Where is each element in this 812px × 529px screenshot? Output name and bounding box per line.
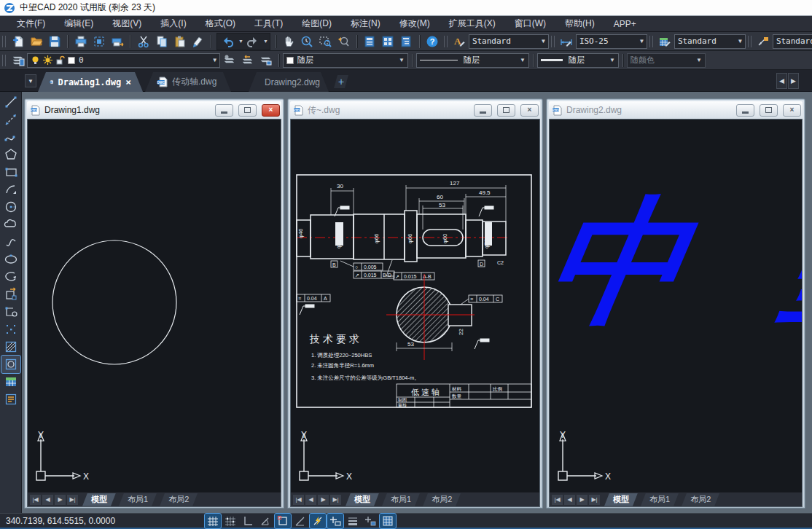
- child-window-drawing1[interactable]: DWG Drawing1.dwg ×: [24, 98, 284, 509]
- menu-item[interactable]: 绘图(D): [292, 17, 341, 30]
- layer-on-bulb-icon[interactable]: [31, 55, 40, 65]
- dim-style-icon[interactable]: [558, 34, 576, 50]
- grid-toggle[interactable]: [205, 514, 221, 528]
- ellipse-tool-button[interactable]: [1, 251, 20, 268]
- otrack-toggle[interactable]: [292, 514, 308, 528]
- layer-manager-button[interactable]: [9, 52, 27, 68]
- xline-tool-button[interactable]: [1, 111, 20, 128]
- toolbar-grip[interactable]: [444, 36, 448, 47]
- tab-list-dropdown-button[interactable]: ▼: [25, 74, 36, 87]
- toolbar-grip[interactable]: [2, 36, 6, 47]
- close-button[interactable]: ×: [262, 104, 280, 117]
- layout-tab-model[interactable]: 模型: [604, 493, 638, 506]
- undo-button[interactable]: [219, 34, 237, 50]
- zoom-previous-button[interactable]: [335, 34, 353, 50]
- text-style-icon[interactable]: A: [450, 34, 469, 50]
- tab-scroll-right-button[interactable]: ▶: [788, 73, 799, 89]
- annotation-scale-toggle[interactable]: [362, 514, 378, 528]
- zoom-window-button[interactable]: [316, 34, 335, 50]
- child-window-chuandongzhou[interactable]: DWG 传~.dwg ×: [287, 98, 543, 509]
- table-tool-button[interactable]: [1, 373, 20, 391]
- snap-toggle[interactable]: [222, 514, 238, 528]
- region-tool-button[interactable]: [1, 356, 20, 373]
- mleader-style-icon[interactable]: [754, 34, 773, 50]
- drawing-canvas-2[interactable]: 30 127 49.5 60 53: [290, 119, 540, 507]
- osnap-toggle[interactable]: [275, 514, 291, 528]
- text-style-combo[interactable]: Standard ▼: [469, 34, 549, 49]
- lineweight-toggle[interactable]: [345, 514, 361, 528]
- sheet-set-button[interactable]: [397, 34, 415, 50]
- properties-palette-button[interactable]: [361, 34, 379, 50]
- make-block-button[interactable]: [1, 303, 20, 321]
- menu-item[interactable]: 窗口(W): [505, 17, 555, 30]
- layout-tab-layout2[interactable]: 布局2: [423, 493, 461, 506]
- layout-nav-prev-button[interactable]: ◀: [305, 495, 316, 505]
- menu-item[interactable]: 标注(N): [341, 17, 390, 30]
- drawing-canvas-1[interactable]: Y X |◀ ◀ ▶ ▶| 模型 布局1 布局2: [27, 119, 281, 507]
- menu-item[interactable]: 文件(F): [7, 17, 55, 30]
- format-painter-button[interactable]: [189, 34, 207, 50]
- layout-tab-layout1[interactable]: 布局1: [119, 493, 157, 506]
- insert-block-button[interactable]: [1, 286, 20, 303]
- hatch-tool-button[interactable]: [1, 338, 20, 356]
- arc-tool-button[interactable]: [1, 181, 20, 198]
- dynamic-input-toggle[interactable]: [327, 514, 343, 528]
- child-window-titlebar[interactable]: DWG Drawing1.dwg ×: [27, 101, 281, 119]
- menu-item[interactable]: 扩展工具(X): [440, 17, 505, 30]
- minimize-button[interactable]: [215, 104, 233, 117]
- layer-thaw-sun-icon[interactable]: [43, 55, 52, 65]
- layout-nav-prev-button[interactable]: ◀: [564, 495, 575, 505]
- layout-nav-last-button[interactable]: ▶|: [589, 495, 600, 505]
- child-window-titlebar[interactable]: DWG Drawing2.dwg ×: [549, 101, 803, 119]
- linetype-combo[interactable]: 随层 ▼: [416, 53, 529, 68]
- tool-palettes-button[interactable]: [379, 34, 397, 50]
- layer-states-button[interactable]: [220, 52, 238, 68]
- dynamic-ucs-toggle[interactable]: [310, 514, 326, 528]
- menu-item[interactable]: 编辑(E): [55, 17, 103, 30]
- layout-tab-layout2[interactable]: 布局2: [682, 493, 719, 506]
- circle-tool-button[interactable]: [1, 198, 20, 216]
- undo-dropdown-icon[interactable]: ▼: [238, 39, 243, 44]
- layout-nav-first-button[interactable]: |◀: [30, 495, 41, 505]
- layout-nav-prev-button[interactable]: ◀: [42, 495, 53, 505]
- layout-tab-layout2[interactable]: 布局2: [160, 493, 198, 506]
- redo-dropdown-icon[interactable]: ▼: [263, 39, 268, 44]
- color-combo[interactable]: 随层 ▼: [283, 53, 408, 68]
- table-style-icon[interactable]: [656, 34, 674, 50]
- tab-scroll-left-button[interactable]: ◀: [776, 73, 787, 89]
- cut-button[interactable]: [134, 34, 152, 50]
- layer-isolate-button[interactable]: [257, 52, 275, 68]
- doc-tab-chuandongzhou[interactable]: DWG 传动轴.dwg: [145, 72, 231, 92]
- mleader-style-combo[interactable]: Standard ▼: [773, 34, 812, 49]
- mtext-tool-button[interactable]: [1, 391, 20, 408]
- lineweight-combo[interactable]: 随层 ▼: [537, 53, 619, 68]
- point-tool-button[interactable]: [1, 321, 20, 338]
- toolbar-grip[interactable]: [2, 55, 6, 66]
- menu-item[interactable]: 修改(M): [390, 17, 440, 30]
- paste-button[interactable]: [171, 34, 189, 50]
- print-button[interactable]: [71, 34, 90, 50]
- redo-button[interactable]: [243, 34, 262, 50]
- doc-tab-drawing2[interactable]: DWG Drawing2.dwg: [249, 72, 329, 92]
- new-tab-button[interactable]: +: [334, 75, 348, 88]
- child-window-titlebar[interactable]: DWG 传~.dwg ×: [290, 101, 540, 119]
- layer-previous-button[interactable]: [238, 52, 257, 68]
- new-file-button[interactable]: [9, 34, 27, 50]
- menu-item[interactable]: 插入(I): [151, 17, 195, 30]
- save-button[interactable]: [45, 34, 63, 50]
- maximize-button[interactable]: [238, 104, 257, 117]
- minimize-button[interactable]: [736, 104, 754, 117]
- plot-style-combo[interactable]: 随颜色 ▼: [627, 53, 706, 68]
- eprint-button[interactable]: [108, 34, 126, 50]
- toolbar-grip[interactable]: [649, 36, 653, 47]
- layer-color-swatch[interactable]: [68, 57, 75, 64]
- toolbar-grip[interactable]: [551, 36, 555, 47]
- copy-button[interactable]: [152, 34, 171, 50]
- layout-nav-next-button[interactable]: ▶: [55, 495, 66, 505]
- spline-tool-button[interactable]: [1, 233, 20, 251]
- model-paper-toggle[interactable]: [380, 514, 396, 528]
- layout-tab-layout1[interactable]: 布局1: [382, 493, 420, 506]
- child-window-drawing2[interactable]: DWG Drawing2.dwg × 中 望: [546, 98, 805, 509]
- line-tool-button[interactable]: [1, 93, 20, 111]
- polar-toggle[interactable]: [257, 514, 273, 528]
